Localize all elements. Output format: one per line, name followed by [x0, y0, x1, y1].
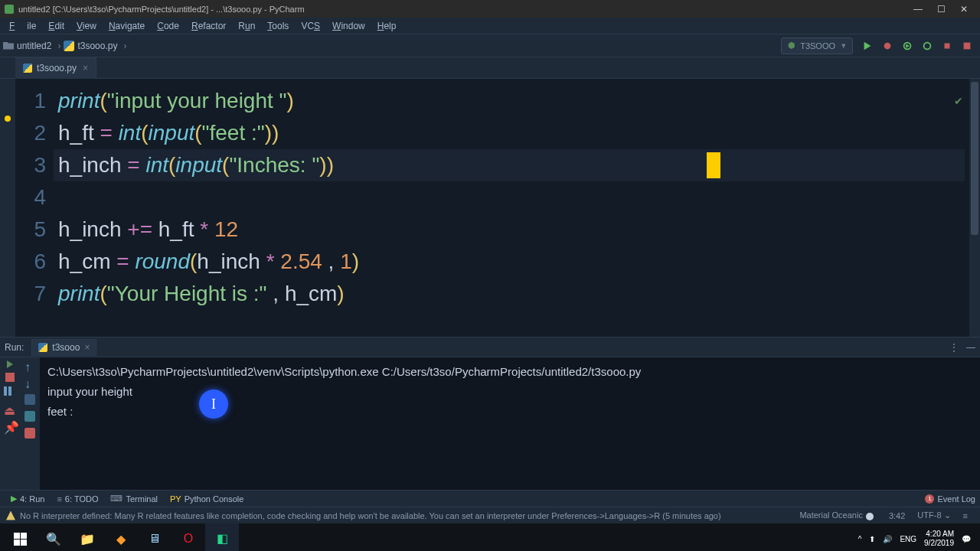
stop-button[interactable] [939, 37, 956, 54]
caret-position[interactable]: 3:42 [889, 511, 905, 520]
stop-icon[interactable] [5, 373, 15, 382]
pause-icon[interactable] [4, 386, 16, 399]
tray-chevron-icon[interactable]: ^ [858, 535, 862, 543]
tab-label: t3sooo.py [37, 63, 77, 73]
menu-view[interactable]: View [70, 19, 103, 33]
run-tool-window: Run: t3sooo × ⋮ — ⏏ 📌 ↑ ↓ C:\Users\t3so\… [0, 337, 980, 490]
warning-icon [6, 511, 15, 520]
chevron-down-icon: ▾ [841, 41, 846, 51]
svg-point-4 [924, 42, 931, 49]
svg-marker-3 [906, 44, 909, 47]
menu-bar: File Edit View Navigate Code Refactor Ru… [0, 18, 980, 34]
tray-volume-icon[interactable]: 🔊 [883, 535, 892, 543]
run-config-name: T3SOOO [800, 41, 835, 51]
menu-run[interactable]: Run [232, 19, 261, 33]
bottom-tool-bar: ▶4: Run ≡6: TODO ⌨Terminal PYPython Cons… [0, 490, 980, 507]
print-icon[interactable] [24, 411, 35, 422]
run-toolbar-left: ⏏ 📌 [0, 357, 20, 490]
breadcrumb-file[interactable]: t3sooo.py [77, 41, 117, 51]
tool-event-log[interactable]: 1 Event Log [925, 494, 975, 504]
sublime-button[interactable]: ◆ [104, 523, 138, 551]
app-button[interactable]: 🖥 [138, 523, 172, 551]
scrollbar-thumb[interactable] [971, 82, 978, 235]
menu-vcs[interactable]: VCS [295, 19, 326, 33]
opera-button[interactable]: O [172, 523, 205, 551]
code-area[interactable]: ✔ print("input your height ") h_ft = int… [54, 79, 980, 337]
svg-rect-5 [945, 43, 950, 48]
menu-tools[interactable]: Tools [261, 19, 295, 33]
start-button[interactable] [3, 523, 37, 551]
tray-language[interactable]: ENG [900, 535, 916, 543]
tray-network-icon[interactable]: ⬆ [869, 535, 875, 543]
svg-rect-6 [964, 42, 971, 49]
chevron-right-icon: › [123, 41, 126, 51]
editor-tab-row: t3sooo.py × [0, 57, 980, 79]
status-bar: No R interpreter defined: Many R related… [0, 507, 980, 523]
run-settings-icon[interactable]: ⋮ [949, 342, 959, 353]
folder-icon [3, 42, 14, 50]
svg-marker-0 [864, 41, 871, 50]
menu-edit[interactable]: Edit [42, 19, 70, 33]
tab-close-icon[interactable]: × [83, 63, 88, 73]
soft-wrap-icon[interactable] [24, 394, 35, 405]
menu-navigate[interactable]: Navigate [103, 19, 151, 33]
pycharm-button[interactable]: ◧ [205, 523, 239, 551]
run-tab-label: t3sooo [52, 342, 80, 353]
menu-help[interactable]: Help [371, 19, 403, 33]
profile-button[interactable] [919, 37, 936, 54]
hide-panel-icon[interactable]: — [966, 342, 975, 353]
down-icon[interactable]: ↓ [24, 377, 35, 388]
navigation-bar: untitled2 › t3sooo.py › ⬢ T3SOOO ▾ [0, 34, 980, 57]
code-editor[interactable]: 123 456 7 ✔ print("input your height ") … [0, 79, 980, 337]
status-message[interactable]: No R interpreter defined: Many R related… [20, 511, 721, 520]
tray-notifications-icon[interactable]: 💬 [962, 535, 971, 543]
event-count-badge: 1 [925, 494, 934, 504]
run-tab-close-icon[interactable]: × [84, 342, 90, 353]
gutter [0, 79, 15, 337]
console-line: input your height [47, 382, 972, 402]
up-icon[interactable]: ↑ [24, 360, 35, 371]
window-title: untitled2 [C:\Users\t3so\PycharmProjects… [18, 5, 305, 14]
rerun-icon[interactable] [7, 360, 13, 368]
tray-clock[interactable]: 4:20 AM9/2/2019 [924, 530, 954, 548]
tool-todo[interactable]: ≡6: TODO [51, 493, 104, 505]
editor-scrollbar[interactable] [969, 79, 980, 337]
theme-indicator[interactable]: Material Oceanic [799, 510, 877, 520]
close-button[interactable]: ✕ [952, 0, 975, 18]
svg-point-1 [884, 42, 891, 49]
menu-refactor[interactable]: Refactor [185, 19, 232, 33]
bug-icon: ⬢ [788, 41, 795, 51]
run-label: Run: [5, 342, 24, 353]
menu-window[interactable]: Window [326, 19, 371, 33]
run-config-selector[interactable]: ⬢ T3SOOO ▾ [781, 37, 853, 54]
run-button[interactable] [859, 37, 876, 54]
text-cursor-indicator: I [199, 390, 228, 419]
pin-icon[interactable]: 📌 [4, 420, 16, 432]
menu-file[interactable]: File [3, 19, 42, 33]
search-everywhere-button[interactable] [959, 37, 975, 54]
tool-python-console[interactable]: PYPython Console [164, 493, 250, 505]
system-tray[interactable]: ^ ⬆ 🔊 ENG 4:20 AM9/2/2019 💬 [858, 530, 977, 548]
console-line: C:\Users\t3so\PycharmProjects\untitled2\… [47, 362, 972, 382]
editor-tab[interactable]: t3sooo.py × [15, 57, 96, 79]
trash-icon[interactable] [24, 428, 35, 439]
exit-icon[interactable]: ⏏ [4, 403, 16, 416]
run-tab[interactable]: t3sooo × [31, 339, 96, 356]
debug-button[interactable] [879, 37, 896, 54]
console-output[interactable]: C:\Users\t3so\PycharmProjects\untitled2\… [40, 357, 980, 490]
console-line: feet : [47, 402, 972, 422]
run-coverage-button[interactable] [899, 37, 916, 54]
line-separator-icon[interactable]: ≡ [963, 511, 968, 520]
file-explorer-button[interactable]: 📁 [70, 523, 104, 551]
line-numbers: 123 456 7 [15, 79, 54, 337]
menu-code[interactable]: Code [151, 19, 185, 33]
tool-terminal[interactable]: ⌨Terminal [104, 492, 164, 505]
encoding[interactable]: UTF-8 ⌄ [917, 510, 950, 520]
minimize-button[interactable]: — [906, 0, 929, 18]
python-file-icon [64, 41, 74, 51]
search-button[interactable]: 🔍 [37, 523, 70, 551]
maximize-button[interactable]: ☐ [929, 0, 952, 18]
python-file-icon [38, 343, 47, 352]
tool-run[interactable]: ▶4: Run [5, 492, 51, 505]
breadcrumb-project[interactable]: untitled2 [17, 41, 51, 51]
